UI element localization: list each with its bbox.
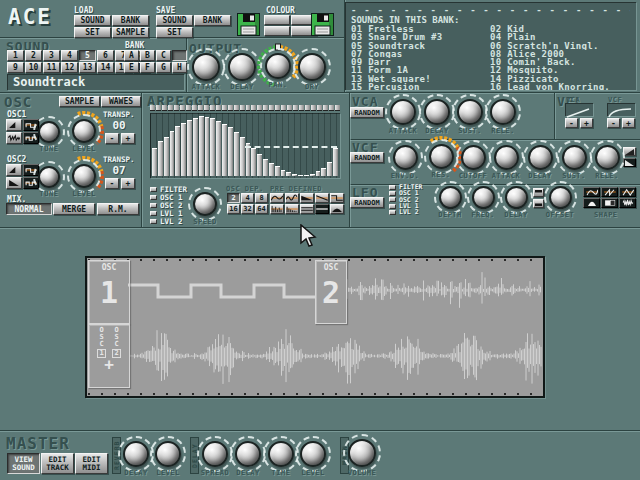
- vcf-knob[interactable]: [494, 145, 519, 170]
- arp-step[interactable]: [311, 105, 316, 111]
- osc2-transpose-plus-button[interactable]: +: [121, 178, 135, 189]
- arp-bar[interactable]: [327, 162, 332, 176]
- bank-list-entry[interactable]: 16 Lead von Knorring.: [490, 83, 630, 90]
- colour-swatch-button[interactable]: [264, 15, 290, 25]
- predefined-wave-button[interactable]: [285, 204, 299, 214]
- mix-rm-button[interactable]: R.M.: [97, 203, 139, 215]
- target-checkbox[interactable]: [389, 185, 396, 190]
- predefined-wave-button[interactable]: [300, 204, 314, 214]
- arp-step[interactable]: [317, 105, 322, 111]
- sound-number-button[interactable]: 14: [97, 62, 114, 73]
- bank-list-entry[interactable]: 05 Soundtrack: [351, 42, 490, 50]
- output-pan-knob[interactable]: [265, 53, 291, 79]
- osc2-waveform-button[interactable]: [6, 164, 22, 176]
- arp-step[interactable]: [210, 105, 215, 111]
- bank-list-entry[interactable]: 10 Comin' Back.: [490, 58, 630, 66]
- arp-bar[interactable]: [175, 126, 180, 176]
- arp-bar[interactable]: [228, 127, 233, 176]
- osc-tab-sample[interactable]: SAMPLE: [59, 96, 100, 107]
- arp-step[interactable]: [275, 105, 280, 111]
- osc2-transpose-minus-button[interactable]: -: [105, 178, 119, 189]
- predefined-wave-button[interactable]: [300, 193, 314, 203]
- sound-number-button[interactable]: 13: [79, 62, 96, 73]
- arp-bar[interactable]: [298, 175, 303, 176]
- bank-button[interactable]: F: [140, 62, 155, 73]
- floppy-disk-icon[interactable]: [237, 13, 260, 36]
- floppy-disk-icon[interactable]: [311, 13, 334, 36]
- vcf-random-button[interactable]: RANDOM: [350, 152, 384, 163]
- vcf-knob[interactable]: [429, 144, 454, 169]
- arp-step[interactable]: [246, 105, 251, 111]
- bank-list-entry[interactable]: 02 Kid: [490, 25, 630, 33]
- bank-list-entry[interactable]: 06 Scratch'n Vingl.: [490, 42, 630, 50]
- mix-merge-button[interactable]: MERGE: [53, 203, 95, 215]
- arp-bar[interactable]: [170, 131, 175, 176]
- arp-bar[interactable]: [286, 172, 291, 176]
- delay-decay-knob[interactable]: [235, 441, 261, 467]
- arp-bar[interactable]: [310, 174, 315, 176]
- mix-normal-button[interactable]: NORMAL: [6, 203, 52, 215]
- arp-step[interactable]: [186, 105, 191, 111]
- arp-step[interactable]: [228, 105, 233, 111]
- osc1-tune-knob[interactable]: [38, 121, 60, 143]
- bank-button[interactable]: G: [156, 62, 171, 73]
- sound-number-button[interactable]: 4: [61, 50, 78, 61]
- output-delay-knob[interactable]: [228, 53, 256, 81]
- arp-step[interactable]: [180, 105, 185, 111]
- osc2-wave-labelbox[interactable]: OSC 2: [315, 260, 347, 324]
- bank-list-entry[interactable]: 14 Pizzicato: [490, 75, 630, 83]
- arp-bar[interactable]: [240, 137, 245, 176]
- delay-level-knob[interactable]: [300, 441, 326, 467]
- osc1-waveform-button[interactable]: [6, 119, 22, 131]
- arp-step[interactable]: [174, 105, 179, 111]
- delay-spread-knob[interactable]: [202, 441, 228, 467]
- target-checkbox[interactable]: [389, 210, 396, 215]
- arp-step[interactable]: [222, 105, 227, 111]
- bank-button[interactable]: B: [140, 50, 155, 61]
- arp-bar[interactable]: [292, 174, 297, 176]
- predefined-wave-button[interactable]: [330, 193, 344, 203]
- lfo-delay-mode-a-button[interactable]: [533, 188, 544, 197]
- vca-knob[interactable]: [457, 99, 483, 125]
- bank-list-entry[interactable]: 07 Congas: [351, 50, 490, 58]
- edit-midi-button[interactable]: EDITMIDI: [75, 453, 108, 474]
- arp-bar[interactable]: [187, 120, 192, 177]
- sound-number-button[interactable]: 5: [79, 50, 96, 61]
- arp-bar[interactable]: [321, 168, 326, 176]
- arp-speed-knob[interactable]: [193, 192, 217, 216]
- arp-step[interactable]: [234, 105, 239, 111]
- sound-number-button[interactable]: 3: [43, 50, 60, 61]
- bank-list-entry[interactable]: 15 Percusion: [351, 83, 490, 90]
- target-checkbox[interactable]: [150, 195, 157, 200]
- arp-step[interactable]: [305, 105, 310, 111]
- vcf-knob[interactable]: [595, 145, 620, 170]
- vel-vcf-minus-button[interactable]: -: [607, 118, 620, 128]
- bank-list-entry[interactable]: 04 Plain: [490, 33, 630, 41]
- predefined-wave-button[interactable]: [270, 193, 284, 203]
- arp-bar[interactable]: [222, 124, 227, 176]
- arp-step[interactable]: [323, 105, 328, 111]
- target-checkbox[interactable]: [150, 187, 157, 192]
- osc2-tune-knob[interactable]: [38, 166, 60, 188]
- arp-step[interactable]: [240, 105, 245, 111]
- sound-number-button[interactable]: 9: [7, 62, 24, 73]
- osc-dep-button[interactable]: 16: [227, 204, 240, 214]
- osc-dep-button[interactable]: 2: [227, 193, 240, 203]
- bank-button[interactable]: E: [124, 62, 139, 73]
- bank-list-entry[interactable]: 08 Alice 2000: [490, 50, 630, 58]
- arp-bar[interactable]: [316, 171, 321, 176]
- osc-tab-wawes[interactable]: WAWES: [101, 96, 141, 107]
- osc1-transpose-minus-button[interactable]: -: [105, 133, 119, 144]
- sound-number-button[interactable]: 11: [43, 62, 60, 73]
- arp-step[interactable]: [269, 105, 274, 111]
- arp-bar[interactable]: [257, 154, 262, 176]
- save-bank-button[interactable]: BANK: [194, 15, 231, 26]
- arp-bar[interactable]: [304, 175, 309, 176]
- bank-button[interactable]: H: [172, 62, 187, 73]
- sum-wave-labelbox[interactable]: OSC1OSC2 +: [88, 324, 130, 388]
- lfo-shape-button[interactable]: [601, 187, 618, 197]
- arp-step[interactable]: [251, 105, 256, 111]
- reverb-decay-knob[interactable]: [123, 441, 149, 467]
- arp-bar[interactable]: [263, 159, 268, 176]
- load-sample-button[interactable]: SAMPLE: [112, 27, 149, 38]
